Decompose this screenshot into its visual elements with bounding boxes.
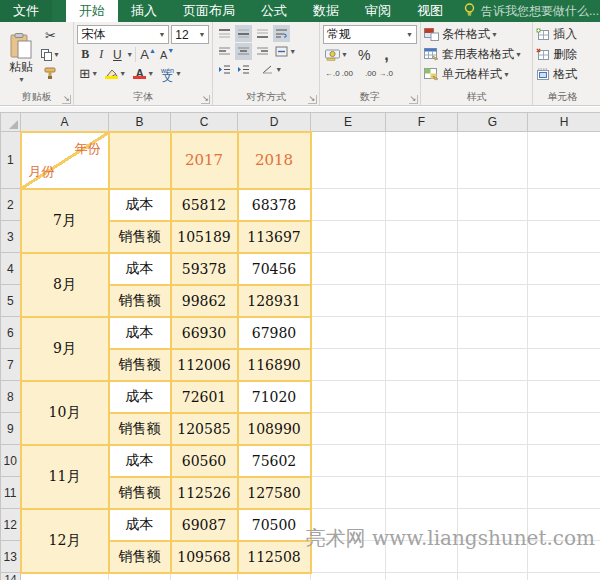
sales-2018-cell[interactable]: 128931 [238, 285, 311, 317]
cell[interactable] [311, 189, 386, 221]
cell[interactable] [311, 253, 386, 285]
column-header-g[interactable]: G [458, 113, 528, 132]
month-cell[interactable]: 7月 [21, 189, 109, 253]
accounting-format-button[interactable]: ▼ [323, 46, 350, 63]
cost-label-cell[interactable]: 成本 [109, 445, 171, 477]
cell[interactable] [21, 573, 109, 580]
row-header[interactable]: 5 [1, 285, 21, 317]
cell[interactable] [528, 285, 600, 317]
cost-label-cell[interactable]: 成本 [109, 253, 171, 285]
align-center-button[interactable] [235, 43, 252, 60]
row-header[interactable]: 1 [1, 132, 21, 189]
cell[interactable] [458, 381, 528, 413]
cell[interactable] [386, 381, 458, 413]
cell[interactable] [171, 573, 238, 580]
cell[interactable] [386, 413, 458, 445]
column-header-f[interactable]: F [386, 113, 458, 132]
increase-indent-button[interactable] [235, 61, 252, 78]
column-header-b[interactable]: B [109, 113, 171, 132]
cell-b1[interactable] [109, 132, 171, 189]
sales-label-cell[interactable]: 销售额 [109, 285, 171, 317]
cost-2017-cell[interactable]: 60560 [171, 445, 238, 477]
format-cells-button[interactable]: 格式 [536, 66, 597, 83]
cell-a1-diagonal-header[interactable]: 年份 月份 [21, 132, 109, 189]
underline-button[interactable]: U [109, 46, 125, 63]
cell[interactable] [386, 221, 458, 253]
month-cell[interactable]: 11月 [21, 445, 109, 509]
row-header[interactable]: 10 [1, 445, 21, 477]
cell[interactable] [458, 317, 528, 349]
sales-2018-cell[interactable]: 116890 [238, 349, 311, 381]
cell[interactable] [528, 477, 600, 509]
cell[interactable] [528, 413, 600, 445]
row-header[interactable]: 2 [1, 189, 21, 221]
column-header-a[interactable]: A [21, 113, 109, 132]
cell[interactable] [386, 477, 458, 509]
cell[interactable] [311, 349, 386, 381]
row-header[interactable]: 11 [1, 477, 21, 509]
clipboard-dialog-launcher[interactable]: ↘ [62, 95, 71, 104]
cell[interactable] [238, 573, 311, 580]
merge-center-button[interactable]: ▼ [273, 43, 298, 60]
font-dialog-launcher[interactable]: ↘ [201, 95, 210, 104]
sales-label-cell[interactable]: 销售额 [109, 413, 171, 445]
month-cell[interactable]: 12月 [21, 509, 109, 573]
cell[interactable] [458, 189, 528, 221]
cell[interactable] [528, 253, 600, 285]
orientation-button[interactable]: ▼ [260, 61, 284, 78]
conditional-formatting-button[interactable]: 条件格式 ▼ [424, 26, 529, 43]
cell-d1-year-2018[interactable]: 2018 [238, 132, 311, 189]
cell[interactable] [528, 349, 600, 381]
cell[interactable] [458, 445, 528, 477]
cut-button[interactable]: ✂ [39, 27, 62, 44]
cell[interactable] [311, 285, 386, 317]
cell[interactable] [311, 445, 386, 477]
cell[interactable] [386, 132, 458, 189]
tab-file[interactable]: 文件 [0, 0, 52, 22]
cell[interactable] [458, 573, 528, 580]
row-header[interactable]: 7 [1, 349, 21, 381]
alignment-dialog-launcher[interactable]: ↘ [308, 95, 317, 104]
sales-2017-cell[interactable]: 109568 [171, 541, 238, 573]
tell-me-box[interactable]: 告诉我您想要做什么... [464, 0, 599, 22]
cost-2017-cell[interactable]: 69087 [171, 509, 238, 541]
cell[interactable] [386, 317, 458, 349]
cell[interactable] [528, 189, 600, 221]
column-header-e[interactable]: E [311, 113, 386, 132]
cell[interactable] [311, 221, 386, 253]
cell[interactable] [458, 413, 528, 445]
column-header-d[interactable]: D [238, 113, 311, 132]
cell[interactable] [528, 445, 600, 477]
cost-2018-cell[interactable]: 75602 [238, 445, 311, 477]
top-align-button[interactable] [216, 25, 233, 42]
cell[interactable] [458, 253, 528, 285]
sales-2018-cell[interactable]: 108990 [238, 413, 311, 445]
cell-styles-button[interactable]: 单元格样式 ▼ [424, 66, 529, 83]
align-right-button[interactable] [254, 43, 271, 60]
format-painter-button[interactable] [39, 65, 62, 82]
cell[interactable] [311, 413, 386, 445]
delete-cells-button[interactable]: 删除 [536, 46, 597, 63]
percent-style-button[interactable]: % [356, 46, 372, 63]
tab-formulas[interactable]: 公式 [248, 0, 300, 22]
sales-2017-cell[interactable]: 112006 [171, 349, 238, 381]
cell[interactable] [386, 285, 458, 317]
cost-2018-cell[interactable]: 68378 [238, 189, 311, 221]
row-header[interactable]: 12 [1, 509, 21, 541]
row-header[interactable]: 13 [1, 541, 21, 573]
cell[interactable] [386, 573, 458, 580]
copy-button[interactable]: ▼ [39, 46, 62, 63]
tab-data[interactable]: 数据 [300, 0, 352, 22]
cell[interactable] [386, 349, 458, 381]
align-left-button[interactable] [216, 43, 233, 60]
column-header-h[interactable]: H [528, 113, 600, 132]
cell[interactable] [311, 573, 386, 580]
comma-style-button[interactable]: , [378, 46, 394, 63]
decrease-decimal-button[interactable]: .00 →.0 [363, 65, 395, 82]
phonetic-guide-button[interactable]: wén 文 ▼ [159, 65, 184, 82]
cell[interactable] [458, 477, 528, 509]
sales-2017-cell[interactable]: 99862 [171, 285, 238, 317]
row-header[interactable]: 14 [1, 573, 21, 580]
sales-label-cell[interactable]: 销售额 [109, 221, 171, 253]
increase-decimal-button[interactable]: ←.0 .00 [323, 65, 355, 82]
